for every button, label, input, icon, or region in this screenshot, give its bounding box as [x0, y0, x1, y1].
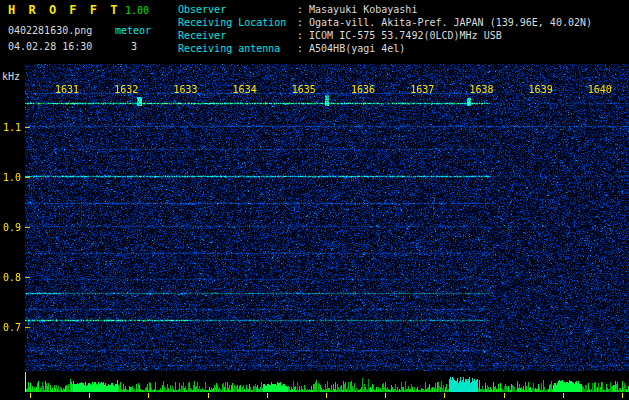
- time-label: 1637: [410, 84, 434, 95]
- minute-tick: [30, 393, 31, 398]
- minute-tick: [267, 393, 268, 398]
- minute-tick: [504, 393, 505, 398]
- minute-tick: [563, 393, 564, 398]
- info-label: Receiving antenna: [178, 42, 297, 55]
- freq-tick-mark: [25, 177, 30, 178]
- time-label: 1631: [55, 84, 79, 95]
- spectrogram-canvas: [25, 64, 629, 371]
- freq-label: 0.8: [3, 272, 21, 283]
- station-info: Observer: Masayuki KobayashiReceiving Lo…: [178, 3, 592, 55]
- hrofft-screen: H R O F F T 1.00 0402281630.png meteor 0…: [0, 0, 629, 400]
- info-value: : Masayuki Kobayashi: [297, 4, 417, 15]
- timestamp: 04.02.28 16:30: [8, 41, 92, 52]
- output-filename: 0402281630.png: [8, 25, 92, 36]
- time-label: 1634: [233, 84, 257, 95]
- freq-tick-mark: [25, 127, 30, 128]
- mode-label: meteor: [115, 25, 151, 36]
- info-value: : A504HB(yagi 4el): [297, 43, 405, 54]
- minute-tick: [89, 393, 90, 398]
- info-row-1: Receiving Location: Ogata-vill. Akita-Pr…: [178, 16, 592, 29]
- time-label: 1640: [588, 84, 612, 95]
- minute-tick: [444, 393, 445, 398]
- time-label: 1638: [469, 84, 493, 95]
- time-label: 1632: [114, 84, 138, 95]
- info-value: : Ogata-vill. Akita-Pref. JAPAN (139.96E…: [297, 17, 592, 28]
- freq-label: 0.7: [3, 322, 21, 333]
- app-title: H R O F F T: [8, 3, 120, 17]
- app-version: 1.00: [125, 5, 149, 16]
- time-label: 1639: [529, 84, 553, 95]
- info-row-0: Observer: Masayuki Kobayashi: [178, 3, 592, 16]
- meteor-count: 3: [131, 41, 137, 52]
- freq-tick-mark: [25, 227, 30, 228]
- minute-tick: [148, 393, 149, 398]
- info-label: Observer: [178, 3, 297, 16]
- time-axis-ticks: [25, 393, 629, 399]
- time-axis-labels: 1631163216331634163516361637163816391640: [25, 84, 629, 96]
- freq-label: 1.1: [3, 122, 21, 133]
- time-label: 1636: [351, 84, 375, 95]
- freq-tick-mark: [25, 327, 30, 328]
- freq-label: 1.0: [3, 172, 21, 183]
- info-row-3: Receiving antenna: A504HB(yagi 4el): [178, 42, 592, 55]
- info-label: Receiving Location: [178, 16, 297, 29]
- minute-tick: [208, 393, 209, 398]
- minute-tick: [622, 393, 623, 398]
- time-label: 1633: [173, 84, 197, 95]
- freq-tick-mark: [25, 277, 30, 278]
- minute-tick: [385, 393, 386, 398]
- y-axis-unit-label: kHz: [2, 71, 20, 82]
- time-label: 1635: [292, 84, 316, 95]
- freq-label: 0.9: [3, 222, 21, 233]
- info-value: : ICOM IC-575 53.7492(0LCD)MHz USB: [297, 30, 502, 41]
- minute-tick: [326, 393, 327, 398]
- info-label: Receiver: [178, 29, 297, 42]
- info-row-2: Receiver: ICOM IC-575 53.7492(0LCD)MHz U…: [178, 29, 592, 42]
- signal-level-meter-canvas: [25, 372, 629, 392]
